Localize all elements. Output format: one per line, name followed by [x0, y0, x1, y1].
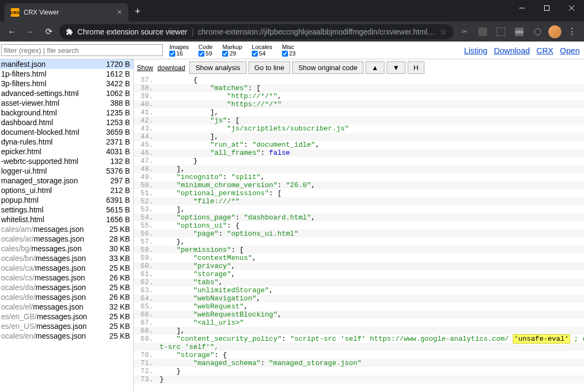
checkbox-code[interactable] — [198, 51, 204, 57]
file-row[interactable]: 3p-filters.html3422 B — [0, 79, 133, 88]
code-line: 43. "js/scriptlets/subscriber.js" — [134, 125, 584, 133]
code-content: "webRequestBlocking", — [157, 311, 281, 319]
scroll-down-button[interactable]: ▼ — [387, 61, 406, 74]
file-row[interactable]: managed_storage.json297 B — [0, 176, 133, 185]
line-number: 53. — [134, 205, 157, 214]
extension-button-3[interactable] — [493, 24, 509, 39]
code-line: 38. "matches": [ — [134, 84, 584, 92]
new-tab-button[interactable]: + — [135, 6, 141, 17]
file-row[interactable]: es/en_US/messages.json25 KB — [0, 321, 133, 331]
file-row[interactable]: whitelist.html1656 B — [0, 215, 133, 224]
show-link[interactable]: Show — [137, 64, 153, 72]
code-line: 72. } — [134, 367, 584, 375]
profile-avatar[interactable] — [548, 25, 561, 38]
file-row[interactable]: -webrtc-supported.html132 B — [0, 156, 133, 166]
file-row[interactable]: epicker.html4031 B — [0, 147, 133, 156]
open-link[interactable]: Open — [560, 46, 580, 55]
line-number: 38. — [134, 84, 157, 92]
close-tab-icon[interactable]: × — [117, 8, 122, 17]
svg-text:CRX: CRX — [516, 30, 524, 34]
code-content: ], — [157, 108, 218, 116]
file-size: 25 KB — [109, 332, 130, 340]
code-line: 41. ], — [134, 108, 584, 116]
file-row[interactable]: manifest.json1720 B — [0, 59, 133, 69]
show-original-button[interactable]: Show original code — [292, 61, 363, 74]
search-input[interactable] — [1, 44, 163, 56]
file-name: asset-viewer.html — [1, 99, 59, 107]
download-file-link[interactable]: download — [157, 64, 185, 72]
file-row[interactable]: ocales/bn/messages.json33 KB — [0, 253, 133, 263]
file-row[interactable]: advanced-settings.html1062 B — [0, 88, 133, 98]
file-row[interactable]: cales/bg/messages.json30 KB — [0, 244, 133, 253]
extension-button-1[interactable]: ✂ — [457, 24, 472, 39]
file-row[interactable]: options_ui.html212 B — [0, 185, 133, 195]
crx-link[interactable]: CRX — [537, 46, 554, 55]
code-content: "options_page": "dashboard.html", — [157, 214, 315, 222]
back-button[interactable]: ← — [4, 24, 19, 39]
file-row[interactable]: ocales/el/messages.json32 KB — [0, 302, 133, 312]
go-to-line-button[interactable]: Go to line — [249, 61, 291, 74]
line-number: 52. — [134, 197, 157, 205]
extension-button-2[interactable] — [475, 24, 490, 39]
checkbox-misc[interactable] — [282, 51, 288, 57]
file-row[interactable]: ocales/cs/messages.json26 KB — [0, 273, 133, 283]
file-row[interactable]: document-blocked.html3659 B — [0, 127, 133, 137]
browser-menu-button[interactable]: ⋮ — [565, 26, 580, 37]
line-number: 59. — [134, 254, 157, 262]
download-link[interactable]: Download — [494, 46, 530, 55]
file-row[interactable]: popup.html6391 B — [0, 195, 133, 205]
star-icon[interactable]: ☆ — [440, 27, 447, 36]
code-content: "managed_schema": "managed_storage.json" — [157, 359, 362, 367]
reload-button[interactable]: ⟳ — [41, 24, 56, 39]
file-name: manifest.json — [1, 60, 45, 68]
extension-button-4[interactable]: CRX — [512, 24, 527, 39]
file-row[interactable]: ocales/ar/messages.json28 KB — [0, 234, 133, 244]
minimize-button[interactable] — [510, 0, 534, 16]
forward-button[interactable]: → — [23, 24, 38, 39]
scroll-up-button[interactable]: ▲ — [366, 61, 384, 74]
file-row[interactable]: es/en_GB/messages.json25 KB — [0, 312, 133, 321]
checkbox-locales[interactable] — [252, 51, 258, 57]
file-row[interactable]: ocales/en/messages.json25 KB — [0, 331, 133, 341]
browser-tab[interactable]: CRX CRX Viewer × — [4, 3, 128, 22]
line-number: 71. — [134, 359, 157, 367]
close-window-button[interactable] — [559, 0, 584, 16]
file-row[interactable]: logger-ui.html5376 B — [0, 166, 133, 176]
omnibox-url: chrome-extension://jifpbeccnghkjeaalbbjm… — [198, 27, 436, 36]
show-analysis-button[interactable]: Show analysis — [189, 61, 246, 74]
line-number: 66. — [134, 311, 157, 319]
checkbox-markup[interactable] — [222, 51, 228, 57]
file-name: ocales/bn/messages.json — [1, 254, 86, 263]
file-row[interactable]: ocales/de/messages.json26 KB — [0, 292, 133, 302]
code-content: "run_at": "document_idle", — [157, 141, 320, 149]
file-row[interactable]: cales/am/messages.json25 KB — [0, 224, 133, 234]
file-row[interactable]: 1p-filters.html1612 B — [0, 69, 133, 79]
checkbox-images[interactable] — [169, 51, 175, 57]
file-size: 26 KB — [109, 273, 130, 282]
h-button[interactable]: H — [408, 61, 424, 74]
file-size: 25 KB — [109, 264, 130, 272]
file-row[interactable]: asset-viewer.html388 B — [0, 98, 133, 108]
top-links: Listing Download CRX Open — [464, 46, 580, 55]
line-number: 39. — [134, 92, 157, 100]
line-number: 47. — [134, 157, 157, 165]
file-size: 25 KB — [109, 283, 130, 292]
omnibox[interactable]: Chrome extension source viewer | chrome-… — [59, 24, 454, 39]
file-row[interactable]: dyna-rules.html2371 B — [0, 137, 133, 147]
code-content: { — [157, 76, 197, 84]
file-row[interactable]: ocales/ca/messages.json25 KB — [0, 263, 133, 273]
code-line: 67. "<all_urls>" — [134, 319, 584, 327]
file-size: 5615 B — [106, 205, 130, 214]
code-area[interactable]: 37. {38. "matches": [39. "http://*/*",40… — [134, 76, 584, 392]
code-content: } — [157, 367, 181, 375]
listing-link[interactable]: Listing — [464, 46, 487, 55]
file-row[interactable]: settings.html5615 B — [0, 205, 133, 215]
line-number: 61. — [134, 270, 157, 278]
maximize-button[interactable] — [534, 0, 559, 16]
file-row[interactable]: background.html1235 B — [0, 108, 133, 118]
extension-button-5[interactable] — [530, 24, 545, 39]
code-content: } — [157, 375, 164, 383]
file-row[interactable]: dashboard.html1253 B — [0, 118, 133, 127]
file-row[interactable]: ocales/da/messages.json25 KB — [0, 283, 133, 292]
file-list[interactable]: manifest.json1720 B1p-filters.html1612 B… — [0, 59, 134, 392]
